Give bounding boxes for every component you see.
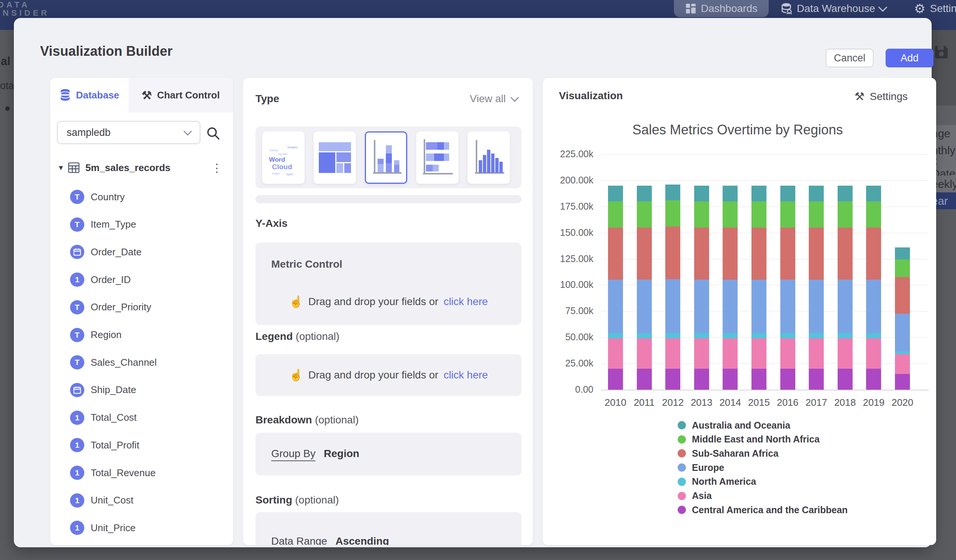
bar-segment-2013[interactable] xyxy=(694,227,709,280)
group-by-label[interactable]: Group By xyxy=(271,448,315,461)
legend-item[interactable]: Australia and Oceania xyxy=(678,418,791,432)
chart-type-word-cloud[interactable]: trendsAnalyticsbig dataWordCloudinsightr… xyxy=(262,132,305,184)
field-item-ship_date[interactable]: Ship_Date xyxy=(50,380,233,400)
bar-segment-2019[interactable] xyxy=(866,333,881,339)
bar-segment-2013[interactable] xyxy=(694,339,709,369)
bar-segment-2011[interactable] xyxy=(637,339,652,369)
bar-segment-2014[interactable] xyxy=(723,227,737,280)
bar-segment-2020[interactable] xyxy=(895,351,910,354)
field-item-order_date[interactable]: Order_Date xyxy=(50,242,233,262)
cancel-button[interactable]: Cancel xyxy=(825,49,874,67)
bar-segment-2016[interactable] xyxy=(780,333,795,339)
bar-segment-2018[interactable] xyxy=(838,339,852,369)
nav-settings[interactable]: ⚙ Settings xyxy=(914,0,956,17)
sorting-row[interactable]: Data Range Ascending xyxy=(271,535,389,545)
breakdown-dropzone[interactable]: Group By Region xyxy=(255,433,522,475)
bar-segment-2020[interactable] xyxy=(895,248,910,259)
bar-segment-2018[interactable] xyxy=(838,227,852,280)
bar-segment-2014[interactable] xyxy=(723,186,737,201)
bar-segment-2017[interactable] xyxy=(809,227,824,280)
bar-segment-2015[interactable] xyxy=(752,201,766,227)
bar-segment-2012[interactable] xyxy=(665,185,680,200)
database-select[interactable]: sampledb xyxy=(57,121,200,144)
bar-segment-2018[interactable] xyxy=(838,201,852,227)
bar-segment-2010[interactable] xyxy=(608,227,623,280)
bar-segment-2015[interactable] xyxy=(752,280,766,333)
bar-segment-2017[interactable] xyxy=(809,201,824,227)
bar-segment-2012[interactable] xyxy=(665,279,680,333)
bar-segment-2019[interactable] xyxy=(866,186,881,201)
nav-data-warehouse[interactable]: Data Warehouse xyxy=(781,0,886,17)
bar-segment-2015[interactable] xyxy=(752,227,766,280)
field-item-order_id[interactable]: 1Order_ID xyxy=(50,269,233,290)
bar-segment-2011[interactable] xyxy=(637,201,652,227)
kebab-menu-icon[interactable]: ⋮ xyxy=(211,162,223,174)
field-item-item_type[interactable]: TItem_Type xyxy=(50,214,233,235)
bar-segment-2011[interactable] xyxy=(637,280,652,333)
bar-segment-2020[interactable] xyxy=(895,259,910,278)
bar-segment-2018[interactable] xyxy=(838,186,852,201)
bar-segment-2019[interactable] xyxy=(866,339,881,369)
nav-dashboards[interactable]: Dashboards xyxy=(674,0,769,17)
bar-segment-2015[interactable] xyxy=(752,369,766,390)
field-item-order_priority[interactable]: TOrder_Priority xyxy=(50,297,233,318)
metric-control-dropzone[interactable]: Metric Control ☝ Drag and drop your fiel… xyxy=(255,243,522,325)
field-item-total_cost[interactable]: 1Total_Cost xyxy=(50,407,233,428)
bar-segment-2011[interactable] xyxy=(637,227,652,280)
legend-item[interactable]: Middle East and North Africa xyxy=(678,432,820,447)
bar-segment-2019[interactable] xyxy=(866,201,881,227)
chart-type-treemap[interactable] xyxy=(314,132,356,184)
bar-segment-2013[interactable] xyxy=(694,369,709,390)
bar-segment-2011[interactable] xyxy=(637,369,652,390)
legend-item[interactable]: Europe xyxy=(678,460,724,475)
bar-segment-2018[interactable] xyxy=(838,333,852,339)
bar-segment-2011[interactable] xyxy=(637,333,652,339)
bar-segment-2014[interactable] xyxy=(723,369,737,390)
chart-type-stacked-bar[interactable] xyxy=(416,132,459,184)
bar-segment-2014[interactable] xyxy=(723,280,737,333)
tab-chart-control[interactable]: ⚒ Chart Control xyxy=(129,78,233,112)
bar-segment-2013[interactable] xyxy=(694,280,709,333)
legend-dropzone[interactable]: ☝ Drag and drop your fields or click her… xyxy=(255,354,522,396)
bar-segment-2017[interactable] xyxy=(809,339,824,369)
bar-segment-2012[interactable] xyxy=(665,369,680,390)
field-item-total_profit[interactable]: 1Total_Profit xyxy=(50,435,233,456)
bar-segment-2020[interactable] xyxy=(895,374,910,390)
bar-segment-2016[interactable] xyxy=(780,227,795,280)
click-here-link[interactable]: click here xyxy=(443,296,488,308)
bar-segment-2020[interactable] xyxy=(895,354,910,374)
legend-item[interactable]: Asia xyxy=(678,489,712,503)
bar-segment-2012[interactable] xyxy=(665,339,680,369)
bar-segment-2017[interactable] xyxy=(809,280,824,333)
legend-item[interactable]: Central America and the Caribbean xyxy=(678,503,848,517)
horizontal-scrollbar[interactable] xyxy=(255,195,522,203)
bar-segment-2020[interactable] xyxy=(895,277,910,314)
bar-segment-2019[interactable] xyxy=(866,280,881,333)
bar-segment-2016[interactable] xyxy=(780,280,795,333)
bar-segment-2010[interactable] xyxy=(608,186,623,201)
bar-segment-2016[interactable] xyxy=(780,339,795,369)
bar-segment-2015[interactable] xyxy=(752,186,766,201)
bar-segment-2013[interactable] xyxy=(694,201,709,227)
bar-segment-2016[interactable] xyxy=(780,369,795,390)
bar-segment-2017[interactable] xyxy=(809,369,824,390)
add-button[interactable]: Add xyxy=(885,49,934,67)
field-item-country[interactable]: TCountry xyxy=(50,187,233,207)
bar-segment-2015[interactable] xyxy=(752,333,766,339)
bar-segment-2015[interactable] xyxy=(752,339,766,369)
bar-segment-2019[interactable] xyxy=(866,227,881,280)
bar-segment-2013[interactable] xyxy=(694,333,709,339)
bar-segment-2012[interactable] xyxy=(665,333,680,339)
bar-segment-2018[interactable] xyxy=(838,280,852,333)
field-item-sales_channel[interactable]: TSales_Channel xyxy=(50,352,233,373)
bar-segment-2014[interactable] xyxy=(723,339,737,369)
search-icon[interactable] xyxy=(206,126,221,141)
breakdown-row[interactable]: Group By Region xyxy=(271,448,359,461)
legend-item[interactable]: North America xyxy=(678,475,756,489)
bar-segment-2014[interactable] xyxy=(723,333,737,339)
tab-database[interactable]: Database xyxy=(50,78,129,112)
field-item-total_revenue[interactable]: 1Total_Revenue xyxy=(50,462,233,483)
chart-type-stacked-column[interactable] xyxy=(365,132,407,184)
sorting-dropzone[interactable]: Data Range Ascending xyxy=(255,512,522,545)
settings-button[interactable]: ⚒ Settings xyxy=(854,90,908,103)
